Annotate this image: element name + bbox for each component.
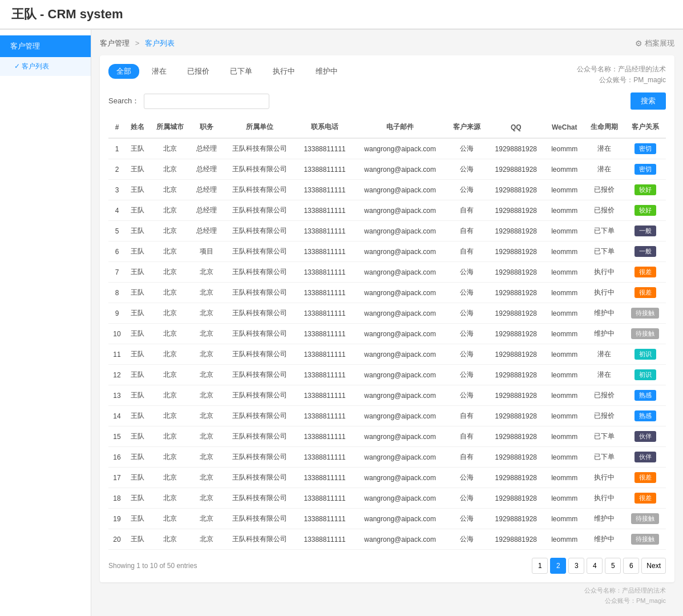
relation-badge[interactable]: 初识 [634, 369, 656, 380]
filter-tab-已下单[interactable]: 已下单 [222, 64, 260, 79]
relation-badge[interactable]: 熟感 [634, 390, 656, 401]
filter-tab-执行中[interactable]: 执行中 [265, 64, 303, 79]
table-cell: 19298881928 [487, 509, 545, 529]
relation-cell: 密切 [625, 159, 666, 180]
search-button[interactable]: 搜索 [631, 92, 666, 110]
relation-badge[interactable]: 密切 [634, 143, 656, 154]
table-cell: 自有 [447, 241, 487, 262]
table-cell: 王队科技有限公司 [223, 447, 296, 468]
sidebar-section-customer[interactable]: 客户管理 [0, 35, 91, 57]
customer-table: #姓名所属城市职务所属单位联系电话电子邮件客户来源QQWeChat生命周期客户关… [108, 116, 666, 550]
filter-tab-已报价[interactable]: 已报价 [179, 64, 217, 79]
table-cell: wangrong@aipack.com [354, 529, 447, 550]
relation-badge[interactable]: 很差 [634, 267, 656, 277]
search-input[interactable] [144, 94, 269, 109]
table-cell: leommm [545, 447, 584, 468]
relation-badge[interactable]: 很差 [634, 287, 656, 298]
page-btn-5[interactable]: 5 [605, 558, 621, 574]
relation-cell: 伙伴 [625, 426, 666, 447]
filter-tab-潜在[interactable]: 潜在 [144, 64, 175, 79]
table-cell: 已报价 [584, 385, 625, 406]
top-info-bar: 全部潜在已报价已下单执行中维护中 公众号名称：产品经理的法术 公众账号：PM_m… [108, 64, 666, 86]
col-header: QQ [487, 116, 545, 138]
table-cell: 自有 [447, 447, 487, 468]
table-cell: 王队科技有限公司 [223, 221, 296, 241]
page-btn-2[interactable]: 2 [550, 558, 566, 574]
table-cell: wangrong@aipack.com [354, 509, 447, 529]
table-cell: 北京 [150, 283, 191, 303]
table-cell: 北京 [150, 509, 191, 529]
table-cell: 维护中 [584, 529, 625, 550]
filter-tab-全部[interactable]: 全部 [108, 64, 139, 79]
table-cell: 总经理 [191, 180, 223, 200]
table-cell: 13388811111 [296, 324, 354, 344]
table-row: 15王队北京北京王队科技有限公司13388811111wangrong@aipa… [108, 426, 666, 447]
table-cell: leommm [545, 138, 584, 159]
pagination-next-button[interactable]: Next [641, 558, 666, 574]
relation-badge[interactable]: 较好 [634, 184, 656, 195]
relation-badge[interactable]: 密切 [634, 164, 656, 175]
relation-badge[interactable]: 一般 [634, 226, 656, 236]
table-cell: 15 [108, 426, 126, 447]
table-cell: 13388811111 [296, 221, 354, 241]
relation-badge[interactable]: 一般 [634, 246, 656, 257]
relation-badge[interactable]: 初识 [634, 349, 656, 360]
relation-badge[interactable]: 伙伴 [634, 431, 656, 442]
table-cell: 9 [108, 303, 126, 324]
table-cell: 2 [108, 159, 126, 180]
pagination-info: Showing 1 to 10 of 50 entries [108, 562, 197, 570]
table-row: 14王队北京北京王队科技有限公司13388811111wangrong@aipa… [108, 406, 666, 426]
table-cell: 北京 [191, 344, 223, 365]
relation-badge[interactable]: 很差 [634, 472, 656, 483]
table-cell: 已报价 [584, 200, 625, 221]
table-cell: 北京 [191, 447, 223, 468]
sidebar-item-customer-list[interactable]: ✓ 客户列表 [0, 57, 91, 76]
app-title-red: 王队 [11, 7, 37, 21]
filter-tabs: 全部潜在已报价已下单执行中维护中 [108, 64, 346, 79]
relation-badge[interactable]: 较好 [634, 205, 656, 216]
relation-badge[interactable]: 待接触 [631, 328, 659, 339]
table-cell: 王队 [126, 241, 150, 262]
table-cell: wangrong@aipack.com [354, 200, 447, 221]
relation-badge[interactable]: 待接触 [631, 308, 659, 319]
table-cell: 执行中 [584, 283, 625, 303]
col-header: 电子邮件 [354, 116, 447, 138]
col-header: WeChat [545, 116, 584, 138]
page-btn-6[interactable]: 6 [623, 558, 639, 574]
page-btn-1[interactable]: 1 [532, 558, 548, 574]
relation-badge[interactable]: 待接触 [631, 534, 659, 545]
breadcrumb-separator: > [135, 39, 140, 47]
relation-badge[interactable]: 很差 [634, 493, 656, 504]
table-row: 19王队北京北京王队科技有限公司13388811111wangrong@aipa… [108, 509, 666, 529]
relation-badge[interactable]: 伙伴 [634, 452, 656, 462]
table-cell: 公海 [447, 180, 487, 200]
table-cell: 王队科技有限公司 [223, 426, 296, 447]
relation-cell: 一般 [625, 241, 666, 262]
relation-cell: 密切 [625, 138, 666, 159]
col-header: 姓名 [126, 116, 150, 138]
filter-tab-维护中[interactable]: 维护中 [308, 64, 346, 79]
relation-badge[interactable]: 熟感 [634, 410, 656, 421]
table-cell: leommm [545, 365, 584, 385]
page-btn-4[interactable]: 4 [587, 558, 603, 574]
table-row: 12王队北京北京王队科技有限公司13388811111wangrong@aipa… [108, 365, 666, 385]
table-cell: 19298881928 [487, 324, 545, 344]
relation-badge[interactable]: 待接触 [631, 513, 659, 524]
table-cell: leommm [545, 303, 584, 324]
relation-cell: 很差 [625, 283, 666, 303]
table-cell: 北京 [150, 262, 191, 283]
table-cell: 北京 [191, 365, 223, 385]
table-cell: 北京 [150, 159, 191, 180]
archive-button[interactable]: ⚙ 档案展现 [635, 38, 674, 49]
relation-cell: 较好 [625, 180, 666, 200]
relation-cell: 待接触 [625, 529, 666, 550]
col-header: # [108, 116, 126, 138]
table-cell: 北京 [150, 406, 191, 426]
table-cell: 自有 [447, 221, 487, 241]
wechat-line2: 公众账号：PM_magic [577, 75, 666, 86]
table-cell: 北京 [191, 324, 223, 344]
col-header: 职务 [191, 116, 223, 138]
table-cell: 19298881928 [487, 241, 545, 262]
table-cell: leommm [545, 262, 584, 283]
page-btn-3[interactable]: 3 [568, 558, 584, 574]
